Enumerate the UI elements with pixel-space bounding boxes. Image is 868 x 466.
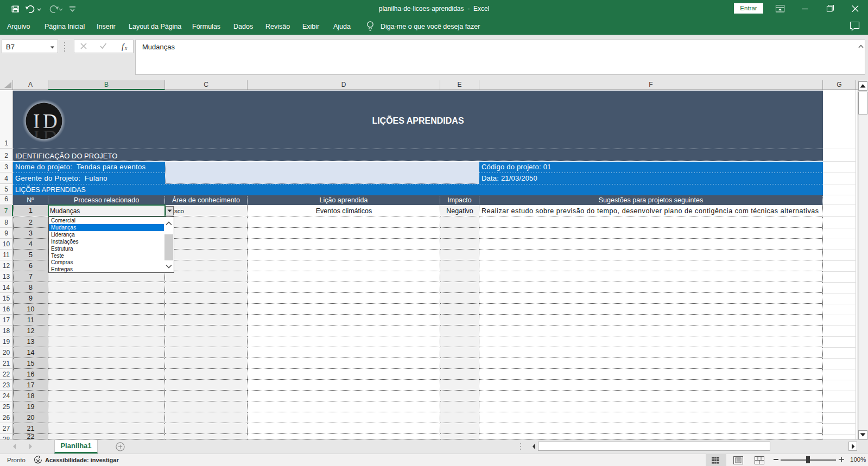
svg-text:x: x bbox=[124, 46, 128, 51]
